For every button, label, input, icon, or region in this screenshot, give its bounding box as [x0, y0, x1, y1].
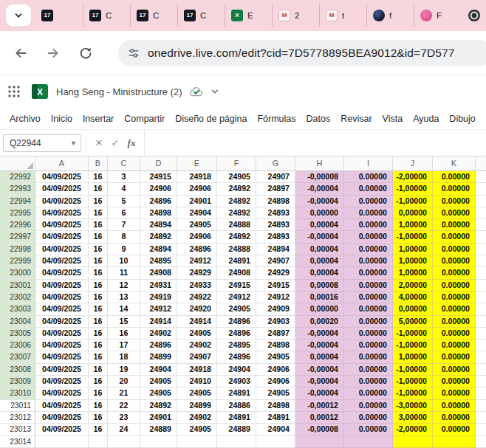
cell-C23009[interactable]: 20: [108, 376, 140, 387]
cell-J23009[interactable]: -1,00000: [393, 376, 433, 387]
cell-J23007[interactable]: 1,00000: [393, 351, 433, 363]
row-header-22996[interactable]: 22996: [0, 219, 35, 231]
cell-I23008[interactable]: 0.00000: [344, 364, 393, 376]
cell-G23003[interactable]: 24909: [256, 303, 295, 315]
cell-K23007[interactable]: 0.00000: [433, 351, 476, 363]
cell-E23006[interactable]: 24902: [177, 340, 217, 351]
menu-formulas[interactable]: Fórmulas: [252, 114, 301, 124]
browser-tab[interactable]: F: [414, 4, 461, 27]
cell-B23006[interactable]: 16: [89, 340, 108, 351]
cell-G22994[interactable]: 24898: [256, 196, 295, 207]
cell-D22994[interactable]: 24896: [140, 196, 177, 207]
cell-A23009[interactable]: 04/09/2025: [35, 376, 89, 387]
cell-F23010[interactable]: 24891: [217, 387, 256, 399]
cell-J22998[interactable]: 1,00000: [393, 244, 433, 255]
name-box[interactable]: Q22944 ▼: [3, 134, 81, 152]
browser-tab[interactable]: XE: [225, 4, 272, 27]
cell-F23011[interactable]: 24886: [217, 400, 256, 412]
cell-K23004[interactable]: 0.00000: [433, 316, 476, 328]
cell-E23007[interactable]: 24907: [177, 351, 217, 363]
row-header-22997[interactable]: 22997: [0, 231, 35, 243]
row-header-23011[interactable]: 23011: [0, 400, 35, 412]
cell-I22992[interactable]: 0.00000: [344, 171, 393, 183]
cell-G22997[interactable]: 24893: [256, 231, 295, 243]
cell-H23014[interactable]: [295, 436, 344, 448]
row-header-23008[interactable]: 23008: [0, 364, 35, 376]
cell-B23008[interactable]: 16: [89, 364, 108, 376]
cell-J23002[interactable]: 4,00000: [393, 292, 433, 303]
browser-tab[interactable]: 17C: [130, 4, 177, 27]
cell-A22993[interactable]: 04/09/2025: [35, 183, 89, 195]
cell-A23011[interactable]: 04/09/2025: [35, 400, 89, 412]
cell-J23003[interactable]: 0,00000: [393, 303, 433, 315]
cell-I23000[interactable]: 0.00000: [344, 267, 393, 279]
cell-G23010[interactable]: 24905: [256, 387, 295, 399]
cell-H22997[interactable]: -0,00004: [295, 231, 344, 243]
cell-E22998[interactable]: 24896: [177, 244, 217, 255]
cell-J23014[interactable]: [393, 436, 433, 448]
cell-B23004[interactable]: 16: [89, 316, 108, 328]
tab-search-button[interactable]: [6, 4, 31, 27]
cell-B23009[interactable]: 16: [89, 376, 108, 387]
cell-A23014[interactable]: [35, 436, 89, 448]
cell-E23001[interactable]: 24933: [177, 280, 217, 292]
cell-G22995[interactable]: 24893: [256, 207, 295, 219]
cell-C23011[interactable]: 22: [108, 400, 140, 412]
browser-tab[interactable]: 17C: [177, 4, 225, 27]
cell-I23009[interactable]: 0.00000: [344, 376, 393, 387]
cell-I23010[interactable]: 0.00000: [344, 387, 393, 399]
column-header-A[interactable]: A: [35, 156, 89, 171]
workbook-title[interactable]: Hang Seng - Ministructure (2): [56, 86, 182, 97]
cell-H23001[interactable]: 0,00008: [295, 280, 344, 292]
cell-A23006[interactable]: 04/09/2025: [35, 340, 89, 351]
cell-K23010[interactable]: 0.00000: [433, 387, 476, 399]
cell-G22998[interactable]: 24894: [256, 244, 295, 255]
cell-K22993[interactable]: 0.00000: [433, 183, 476, 195]
cell-F22995[interactable]: 24892: [217, 207, 256, 219]
cell-C23008[interactable]: 19: [108, 364, 140, 376]
cell-C23005[interactable]: 16: [108, 328, 140, 340]
cell-D22992[interactable]: 24915: [140, 171, 177, 183]
address-bar[interactable]: onedrive.live.com/edit?cid=7D5778895BEA9…: [118, 40, 486, 66]
cell-I23002[interactable]: 0.00000: [344, 292, 393, 303]
cell-E23013[interactable]: 24905: [177, 424, 217, 435]
cell-I22999[interactable]: 0.00000: [344, 255, 393, 267]
cell-H23005[interactable]: -0,00004: [295, 328, 344, 340]
cell-E22995[interactable]: 24904: [177, 207, 217, 219]
cell-I23001[interactable]: 0.00000: [344, 280, 393, 292]
cell-K22996[interactable]: 0.00000: [433, 219, 476, 231]
cell-G23009[interactable]: 24906: [256, 376, 295, 387]
cell-E22992[interactable]: 24918: [177, 171, 217, 183]
cell-K23000[interactable]: 0.00000: [433, 267, 476, 279]
menu-compartir[interactable]: Compartir: [119, 114, 170, 124]
cell-C23012[interactable]: 23: [108, 412, 140, 424]
cell-D23009[interactable]: 24905: [140, 376, 177, 387]
cell-H22995[interactable]: 0,00000: [295, 207, 344, 219]
name-box-chevron-icon[interactable]: ▼: [70, 139, 77, 147]
cell-K23013[interactable]: 0.00000: [433, 424, 476, 435]
cell-E23012[interactable]: 24902: [177, 412, 217, 424]
cell-B22999[interactable]: 16: [89, 255, 108, 267]
cell-G22996[interactable]: 24893: [256, 219, 295, 231]
cell-C23013[interactable]: 24: [108, 424, 140, 435]
cell-D23012[interactable]: 24901: [140, 412, 177, 424]
column-header-I[interactable]: I: [344, 156, 393, 171]
cell-G23004[interactable]: 24903: [256, 316, 295, 328]
cell-F23009[interactable]: 24903: [217, 376, 256, 387]
row-header-22995[interactable]: 22995: [0, 207, 35, 219]
cell-B23000[interactable]: 16: [89, 267, 108, 279]
cell-I22997[interactable]: 0.00000: [344, 231, 393, 243]
cell-C23014[interactable]: [108, 436, 140, 448]
cell-C23010[interactable]: 21: [108, 387, 140, 399]
row-header-22998[interactable]: 22998: [0, 244, 35, 255]
cell-I22998[interactable]: 0.00000: [344, 244, 393, 255]
cell-B23014[interactable]: [89, 436, 108, 448]
cell-F23008[interactable]: 24904: [217, 364, 256, 376]
cell-J22997[interactable]: -1,00000: [393, 231, 433, 243]
cell-A23003[interactable]: 04/09/2025: [35, 303, 89, 315]
menu-inicio[interactable]: Inicio: [46, 114, 78, 124]
row-header-23003[interactable]: 23003: [0, 303, 35, 315]
cell-H23008[interactable]: -0,00004: [295, 364, 344, 376]
cell-I22996[interactable]: 0.00000: [344, 219, 393, 231]
menu-revisar[interactable]: Revisar: [335, 114, 377, 124]
